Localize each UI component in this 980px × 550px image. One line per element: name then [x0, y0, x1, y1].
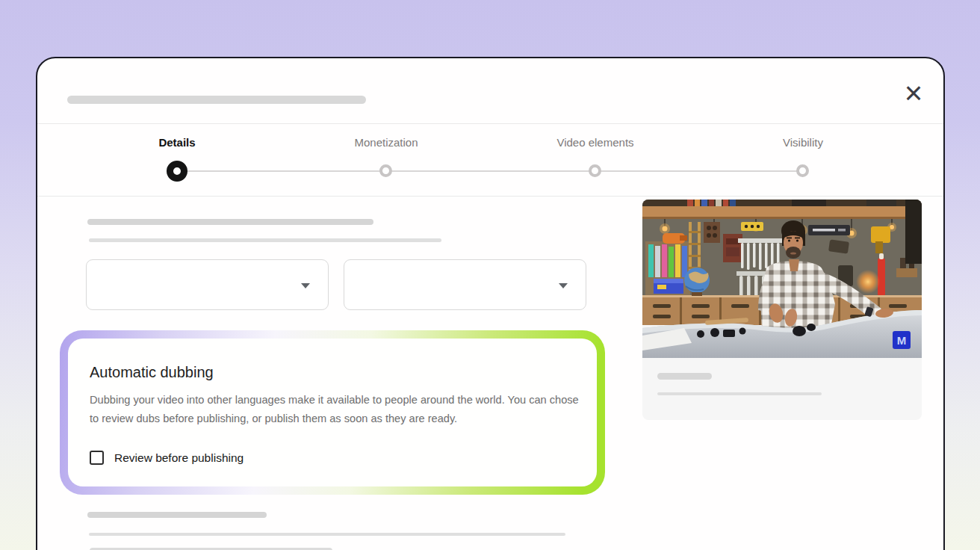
close-button[interactable]: ×	[896, 76, 931, 111]
section-label-placeholder	[87, 512, 267, 518]
video-link-placeholder	[657, 392, 822, 395]
stepper-connector-line	[177, 170, 803, 172]
stepper-divider	[37, 196, 943, 197]
review-before-publishing-row[interactable]: Review before publishing	[90, 451, 574, 465]
step-label-visibility[interactable]: Visibility	[728, 136, 878, 149]
upload-dialog: × Details Monetization Video elements Vi…	[36, 57, 945, 550]
video-thumbnail[interactable]: M	[642, 200, 922, 358]
step-label-video-elements[interactable]: Video elements	[521, 136, 670, 149]
header-divider	[37, 123, 943, 124]
language-dropdown-1[interactable]	[86, 259, 329, 310]
close-icon: ×	[905, 78, 923, 109]
step-label-monetization[interactable]: Monetization	[311, 136, 461, 149]
step-circle-visibility[interactable]	[796, 164, 809, 177]
automatic-dubbing-title: Automatic dubbing	[90, 363, 574, 381]
step-circle-monetization[interactable]	[379, 164, 392, 177]
automatic-dubbing-card: Automatic dubbing Dubbing your video int…	[60, 330, 605, 495]
review-before-publishing-checkbox[interactable]	[90, 451, 104, 465]
field-text-placeholder	[89, 238, 441, 242]
video-preview-card: M	[642, 200, 922, 420]
video-filename-placeholder	[657, 373, 712, 380]
thumbnail-illustration: M	[642, 200, 922, 358]
step-circle-video-elements[interactable]	[589, 164, 601, 177]
section-text-placeholder	[89, 533, 565, 536]
dialog-title-placeholder	[67, 96, 366, 104]
chevron-down-icon	[301, 283, 310, 288]
language-dropdown-2[interactable]	[344, 259, 586, 310]
automatic-dubbing-card-inner: Automatic dubbing Dubbing your video int…	[68, 339, 597, 486]
field-label-placeholder	[87, 219, 373, 225]
channel-watermark: M	[897, 334, 907, 347]
review-before-publishing-label: Review before publishing	[114, 451, 244, 465]
chevron-down-icon	[559, 283, 568, 288]
step-label-details[interactable]: Details	[102, 136, 252, 149]
step-circle-details[interactable]	[167, 161, 187, 182]
automatic-dubbing-description: Dubbing your video into other languages …	[90, 391, 587, 427]
